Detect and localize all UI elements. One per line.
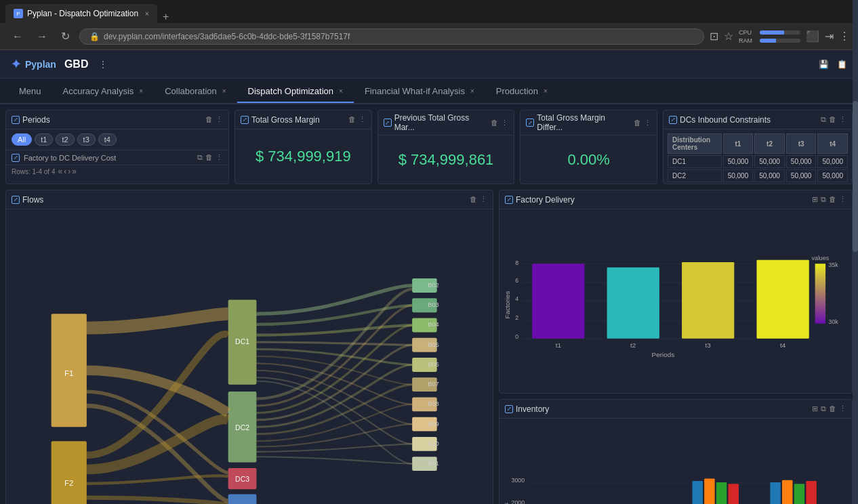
inv-expand-icon[interactable]: ⤢	[505, 405, 513, 413]
factory-delete-icon[interactable]: 🗑	[205, 153, 213, 162]
fd-copy-icon[interactable]: ⧉	[821, 195, 826, 204]
tag-t1[interactable]: t1	[35, 133, 53, 146]
dc-col-t1: t1	[723, 133, 754, 154]
next-page-btn[interactable]: ›	[68, 167, 70, 176]
bookmark-icon[interactable]: ☆	[724, 30, 733, 43]
periods-more-icon[interactable]: ⋮	[216, 115, 223, 124]
factory-expand-icon[interactable]: ⤢	[12, 154, 20, 162]
flows-expand-icon[interactable]: ⤢	[12, 196, 20, 204]
f2-label: F2	[64, 479, 73, 487]
b03-label: B03	[428, 301, 439, 308]
dc-col-name: Distribution Centers	[668, 133, 722, 154]
tab-close-btn[interactable]: ×	[145, 10, 149, 18]
flows-more-icon[interactable]: ⋮	[480, 195, 487, 204]
dc1-label: DC1	[235, 338, 249, 345]
periods-delete-icon[interactable]: 🗑	[205, 115, 213, 124]
dc-title: DCs Inbound Constraints	[680, 115, 818, 125]
nav-tabs: Menu Accuracy Analysis × Collaboration ×…	[0, 79, 858, 104]
tab-financial[interactable]: Financial What-if Analysis ×	[354, 81, 485, 103]
tab-accuracy[interactable]: Accuracy Analysis ×	[52, 81, 155, 103]
ptgm-more-icon[interactable]: ⋮	[501, 119, 508, 127]
address-bar[interactable]: 🔒 dev.pyplan.com/interfaces/3ad6dae5-6c0…	[79, 28, 704, 45]
flow-f1-dc1	[87, 314, 228, 328]
tab-production-close[interactable]: ×	[544, 87, 548, 95]
tab-collaboration[interactable]: Collaboration ×	[154, 81, 237, 103]
tab-production[interactable]: Production ×	[485, 81, 558, 103]
fd-more-icon[interactable]: ⋮	[839, 195, 846, 204]
ram-label: RAM	[739, 37, 758, 44]
inv-t4-b2	[782, 480, 792, 504]
header-dots-icon[interactable]: ⋮	[99, 60, 107, 69]
right-column: ⤢ Factory Delivery ⊞ ⧉ 🗑 ⋮ Factories 0	[499, 190, 853, 504]
dc-table-body: Distribution Centers t1 t2 t3 t4 DC1 50,…	[663, 129, 852, 184]
tab-accuracy-close[interactable]: ×	[139, 87, 143, 95]
last-page-btn[interactable]: »	[72, 167, 77, 176]
fd-chart: Factories 0 2 4 6 8	[502, 212, 846, 390]
inv-delete-icon[interactable]: 🗑	[829, 404, 836, 413]
tab-dispatch-close[interactable]: ×	[339, 87, 343, 95]
screen-icon[interactable]: ⬛	[806, 30, 819, 43]
tab-financial-close[interactable]: ×	[470, 87, 474, 95]
active-browser-tab[interactable]: P Pyplan - Dispatch Optimization ×	[5, 4, 157, 23]
inv-more-icon[interactable]: ⋮	[839, 404, 846, 413]
inv-copy-icon[interactable]: ⧉	[821, 404, 826, 413]
dc-copy-icon[interactable]: ⧉	[821, 115, 826, 124]
diff-title: Total Gross Margin Differ...	[537, 113, 631, 132]
flows-delete-icon[interactable]: 🗑	[470, 195, 477, 204]
tab-menu[interactable]: Menu	[8, 81, 52, 103]
reload-button[interactable]: ↻	[57, 27, 74, 45]
periods-actions: 🗑 ⋮	[205, 115, 223, 124]
dc1-name: DC1	[668, 155, 722, 168]
dc1-t1: 50,000	[723, 155, 754, 168]
prev-page-btn[interactable]: ‹	[64, 167, 66, 176]
dc-delete-icon[interactable]: 🗑	[829, 115, 836, 124]
flow-dc1-b04	[256, 325, 412, 335]
cast-icon[interactable]: ⊡	[710, 30, 718, 43]
dc2-label: DC2	[235, 424, 249, 432]
tag-t4[interactable]: t4	[98, 133, 117, 146]
cpu-ram-monitor: CPU RAM	[739, 29, 800, 44]
fd-expand-icon[interactable]: ⤢	[505, 196, 513, 204]
ptgm-expand-icon[interactable]: ⤢	[384, 119, 392, 127]
tgm-expand-icon[interactable]: ⤢	[241, 116, 249, 124]
dc-more-icon[interactable]: ⋮	[839, 115, 846, 124]
tgm-delete-icon[interactable]: 🗑	[348, 115, 356, 124]
b01-label: B01	[428, 459, 439, 467]
periods-expand-icon[interactable]: ⤢	[12, 116, 20, 124]
b05-label: B05	[428, 341, 439, 348]
save-icon[interactable]: 💾	[819, 60, 829, 69]
main-scrollbar[interactable]	[853, 0, 858, 504]
new-tab-button[interactable]: +	[159, 11, 173, 23]
first-page-btn[interactable]: «	[58, 167, 62, 176]
dc-col-t4: t4	[817, 133, 848, 154]
fd-grid-icon[interactable]: ⊞	[812, 195, 818, 204]
tag-all[interactable]: All	[12, 133, 32, 146]
logo-icon: ✦	[11, 57, 21, 72]
tag-t2[interactable]: t2	[56, 133, 74, 146]
fd-legend-title: values	[812, 255, 830, 261]
fd-bar-t3	[682, 262, 734, 339]
diff-expand-icon[interactable]: ⤢	[526, 119, 534, 127]
profile-icon[interactable]: ⇥	[825, 30, 834, 43]
tgm-more-icon[interactable]: ⋮	[359, 115, 366, 124]
factory-more-icon[interactable]: ⋮	[216, 153, 223, 162]
fd-delete-icon[interactable]: 🗑	[829, 195, 836, 204]
dc2-t4: 50,000	[817, 169, 848, 182]
tag-t3[interactable]: t3	[77, 133, 96, 146]
fd-x-t2: t2	[630, 341, 636, 349]
diff-more-icon[interactable]: ⋮	[644, 119, 651, 127]
back-button[interactable]: ←	[8, 28, 27, 45]
diff-delete-icon[interactable]: 🗑	[634, 119, 641, 127]
tab-collaboration-close[interactable]: ×	[222, 87, 226, 95]
forward-button[interactable]: →	[33, 28, 52, 45]
inv-title: Inventory	[516, 404, 809, 414]
periods-widget: ⤢ Periods 🗑 ⋮ All t1 t2 t3 t4 ⤢ Factory …	[5, 110, 229, 184]
scrollbar-thumb[interactable]	[853, 101, 858, 252]
dc-expand-icon[interactable]: ⤢	[669, 116, 677, 124]
tab-dispatch[interactable]: Dispatch Optimization ×	[237, 81, 354, 103]
more-icon[interactable]: ⋮	[839, 30, 850, 43]
inv-grid-icon[interactable]: ⊞	[812, 404, 818, 413]
factory-copy-icon[interactable]: ⧉	[197, 153, 203, 162]
export-icon[interactable]: 📋	[837, 60, 847, 69]
ptgm-delete-icon[interactable]: 🗑	[491, 119, 498, 127]
